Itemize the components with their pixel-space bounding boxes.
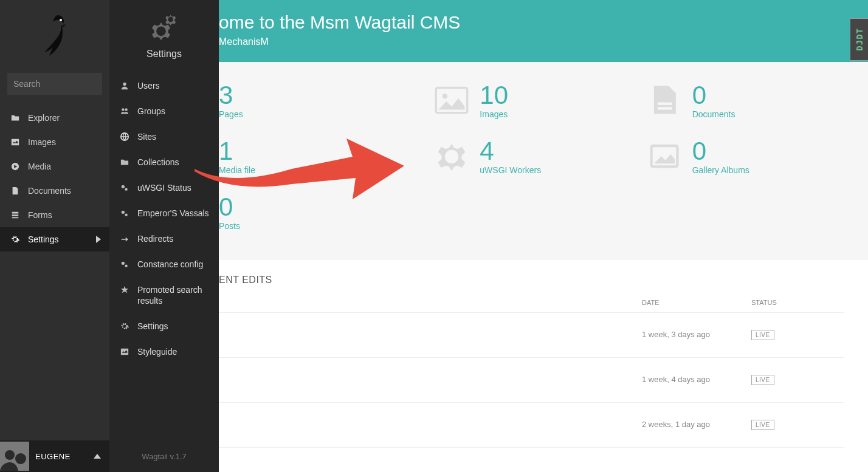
status-badge: LIVE <box>751 375 774 385</box>
cell-title <box>219 403 637 448</box>
gear-icon <box>9 235 22 244</box>
star-icon <box>118 286 131 294</box>
sidebar-item-images[interactable]: Images <box>0 130 109 154</box>
col-title <box>219 293 637 313</box>
submenu-item-label: uWSGI Status <box>137 182 210 193</box>
svg-point-14 <box>15 453 26 464</box>
col-date: DATE <box>637 293 746 313</box>
sidebar-item-forms[interactable]: Forms <box>0 203 109 227</box>
submenu-item-label: Groups <box>137 106 210 117</box>
djdt-label: DJDT <box>855 28 864 51</box>
settings-submenu: Settings UsersGroupsSitesCollectionsuWSG… <box>109 0 219 472</box>
submenu-item-constance[interactable]: Constance config <box>109 251 219 277</box>
status-badge: LIVE <box>751 420 774 430</box>
nav: ExplorerImagesMediaDocumentsFormsSetting… <box>0 106 109 440</box>
cell-date: 1 week, 3 days ago <box>637 313 746 358</box>
submenu-item-redirects[interactable]: Redirects <box>109 226 219 251</box>
submenu-item-groups[interactable]: Groups <box>109 98 219 124</box>
sidebar: ExplorerImagesMediaDocumentsFormsSetting… <box>0 0 109 472</box>
recent-edits: ENT EDITS DATE STATUS 1 week, 3 days ago… <box>109 260 868 448</box>
submenu-item-label: Sites <box>137 131 210 142</box>
page-title: ome to the Msm Wagtail CMS <box>219 12 844 33</box>
doc-icon <box>644 81 685 120</box>
avatar <box>0 442 29 471</box>
stat-label: Posts <box>219 221 240 231</box>
wagtail-logo[interactable] <box>0 0 109 73</box>
search-input[interactable] <box>13 79 120 89</box>
submenu-list: UsersGroupsSitesCollectionsuWSGI StatusE… <box>109 73 219 441</box>
sidebar-item-settings[interactable]: Settings <box>0 227 109 251</box>
submenu-item-promoted[interactable]: Promoted search results <box>109 277 219 313</box>
submenu-title: Settings <box>146 49 182 60</box>
stat-label: Images <box>480 109 508 119</box>
gears-icon <box>118 209 131 217</box>
submenu-item-users[interactable]: Users <box>109 73 219 98</box>
sidebar-item-label: Settings <box>28 234 59 244</box>
gears-icon <box>149 13 179 44</box>
submenu-item-label: Users <box>137 80 210 91</box>
cell-title <box>219 358 637 403</box>
table-row[interactable]: 1 week, 4 days agoLIVE <box>219 358 844 403</box>
sidebar-item-label: Media <box>28 162 51 171</box>
svg-point-11 <box>60 19 62 21</box>
status-badge: LIVE <box>751 330 774 340</box>
stat-label: Media file <box>219 165 255 175</box>
submenu-item-uwsgi[interactable]: uWSGI Status <box>109 175 219 200</box>
image-icon <box>431 81 472 120</box>
stat-uwsgi-workers[interactable]: 4uWSGI Workers <box>431 135 631 179</box>
recent-edits-table: DATE STATUS 1 week, 3 days agoLIVE1 week… <box>219 293 844 448</box>
user-row[interactable]: EUGENE <box>0 440 109 472</box>
django-debug-toolbar-toggle[interactable]: DJDT <box>850 18 868 61</box>
submenu-item-label: Promoted search results <box>137 284 210 306</box>
sidebar-item-explorer[interactable]: Explorer <box>0 106 109 130</box>
stat-value: 3 <box>219 83 243 108</box>
sidebar-item-documents[interactable]: Documents <box>0 179 109 203</box>
stats-grid: 3Pages10Images0Documents1Media file4uWSG… <box>109 62 868 260</box>
user-icon <box>118 81 131 90</box>
globe-icon <box>118 132 131 141</box>
col-status: STATUS <box>746 293 844 313</box>
stat-value: 0 <box>219 194 240 220</box>
submenu-item-label: Constance config <box>137 259 210 270</box>
redirect-icon <box>118 234 131 243</box>
stat-gallery-albums[interactable]: 0Gallery Albums <box>644 135 844 179</box>
cell-status: LIVE <box>746 403 844 448</box>
search-box[interactable] <box>7 73 102 95</box>
submenu-item-label: Collections <box>137 157 210 168</box>
sidebar-item-media[interactable]: Media <box>0 154 109 179</box>
sidebar-item-label: Forms <box>28 210 52 220</box>
stat-pages[interactable]: 3Pages <box>219 79 419 123</box>
user-name: EUGENE <box>35 452 71 461</box>
submenu-item-settings2[interactable]: Settings <box>109 313 219 339</box>
submenu-header: Settings <box>109 0 219 73</box>
stat-documents[interactable]: 0Documents <box>644 79 844 123</box>
stat-value: 4 <box>480 139 541 164</box>
chevron-right-icon <box>96 236 101 243</box>
stat-label: Documents <box>692 109 735 119</box>
submenu-item-sites[interactable]: Sites <box>109 124 219 149</box>
stat-posts[interactable]: 0Posts <box>219 191 419 234</box>
submenu-item-collections[interactable]: Collections <box>109 149 219 175</box>
chevron-up-icon <box>94 454 101 459</box>
submenu-item-emperor[interactable]: Emperor'S Vassals <box>109 200 219 226</box>
stat-label: Gallery Albums <box>692 165 749 175</box>
submenu-item-label: Styleguide <box>137 346 210 357</box>
table-row[interactable]: 2 weeks, 1 day agoLIVE <box>219 403 844 448</box>
submenu-item-styleguide[interactable]: Styleguide <box>109 339 219 364</box>
table-row[interactable]: 1 week, 3 days agoLIVE <box>219 313 844 358</box>
gear-icon <box>431 137 472 176</box>
file-icon <box>9 186 22 195</box>
gears-icon <box>118 183 131 192</box>
folder-icon <box>9 114 22 122</box>
stat-value: 10 <box>480 83 508 108</box>
cell-date: 1 week, 4 days ago <box>637 358 746 403</box>
stat-value: 1 <box>219 139 255 164</box>
cell-date: 2 weeks, 1 day ago <box>637 403 746 448</box>
submenu-item-label: Redirects <box>137 233 210 244</box>
submenu-item-label: Settings <box>137 321 210 332</box>
stat-images[interactable]: 10Images <box>431 79 631 123</box>
stat-label: Pages <box>219 109 243 119</box>
stat-label: uWSGI Workers <box>480 165 541 175</box>
stat-media-file[interactable]: 1Media file <box>219 135 419 179</box>
main-panel: ome to the Msm Wagtail CMS MechanisM 3Pa… <box>109 0 868 472</box>
